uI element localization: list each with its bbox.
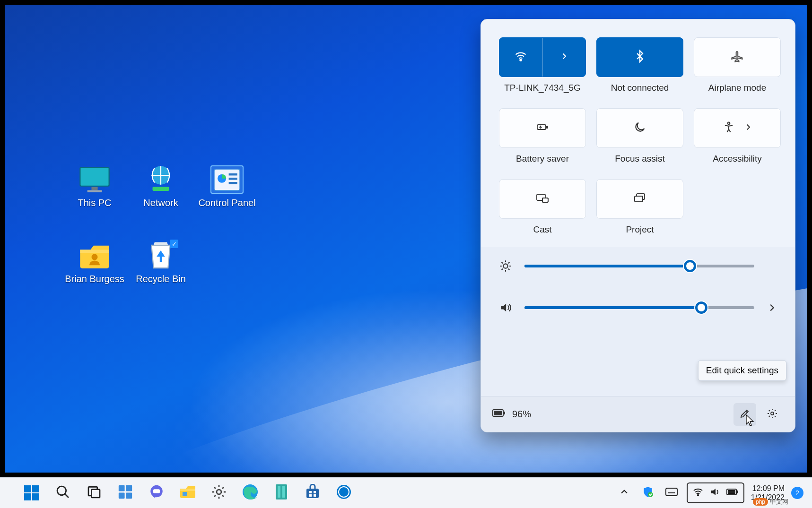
svg-rect-57 [728, 490, 735, 494]
battery-saver-icon [536, 121, 549, 136]
office-icon [274, 483, 289, 502]
svg-point-10 [91, 254, 97, 260]
brightness-icon [499, 259, 512, 273]
accessibility-tile[interactable] [694, 108, 781, 148]
user-folder-icon [78, 241, 111, 270]
accessibility-icon [722, 121, 735, 136]
chevron-right-icon [744, 123, 752, 133]
desktop-icon-this-pc[interactable]: This PC [61, 165, 128, 208]
dell-button[interactable] [331, 480, 357, 506]
project-tile[interactable] [596, 179, 683, 219]
battery-indicator[interactable]: 96% [492, 409, 531, 420]
edge-button[interactable] [237, 480, 263, 506]
desktop-icon-network[interactable]: Network [128, 165, 194, 208]
svg-point-25 [771, 412, 774, 415]
svg-rect-8 [229, 177, 237, 180]
svg-rect-32 [92, 490, 100, 498]
settings-gear-button[interactable] [761, 403, 784, 426]
volume-icon [709, 486, 721, 499]
wifi-toggle[interactable] [499, 38, 542, 77]
wifi-tile[interactable] [499, 37, 586, 77]
volume-expand[interactable] [767, 302, 777, 313]
monitor-icon [78, 165, 111, 194]
search-icon [55, 484, 70, 501]
dell-icon [336, 484, 352, 502]
edit-quick-settings-tooltip: Edit quick settings [698, 360, 786, 381]
taskbar-clock[interactable]: 12:09 PM 1/21/2022 [751, 484, 785, 502]
desktop-icon-label: Network [143, 198, 178, 208]
svg-rect-24 [504, 412, 505, 414]
svg-rect-58 [737, 491, 738, 493]
svg-rect-7 [229, 173, 237, 175]
tray-overflow-button[interactable] [616, 480, 633, 506]
svg-rect-38 [153, 489, 160, 493]
bluetooth-tile[interactable] [596, 37, 683, 77]
store-icon [305, 484, 321, 502]
file-explorer-button[interactable] [175, 480, 201, 506]
svg-rect-39 [180, 489, 195, 491]
airplane-icon [731, 50, 744, 65]
widgets-button[interactable] [113, 480, 138, 506]
cast-tile[interactable] [499, 179, 586, 219]
focus-assist-tile[interactable] [596, 108, 683, 148]
svg-rect-50 [314, 494, 316, 497]
svg-rect-47 [309, 491, 312, 493]
volume-slider[interactable] [524, 306, 754, 309]
svg-rect-49 [309, 494, 312, 497]
input-indicator[interactable] [663, 480, 680, 506]
svg-rect-45 [282, 486, 285, 498]
wifi-expand[interactable] [542, 38, 586, 77]
tooltip-text: Edit quick settings [706, 365, 778, 375]
chevron-up-icon [620, 487, 629, 499]
bluetooth-icon [633, 50, 646, 65]
svg-rect-40 [183, 492, 187, 496]
svg-rect-29 [32, 493, 39, 500]
svg-rect-46 [306, 489, 319, 498]
svg-point-11 [520, 60, 522, 61]
taskbar: 12:09 PM 1/21/2022 2 php 中文网 [0, 477, 812, 508]
desktop-icon-user-folder[interactable]: Brian Burgess [61, 241, 128, 284]
battery-icon [492, 409, 506, 420]
selection-check-icon: ✓ [170, 240, 178, 248]
svg-rect-34 [126, 485, 132, 491]
notification-count: 2 [795, 489, 799, 497]
svg-point-41 [217, 490, 221, 494]
svg-rect-36 [126, 492, 132, 499]
notification-badge[interactable]: 2 [791, 487, 803, 499]
search-button[interactable] [50, 480, 76, 506]
globe-icon [144, 165, 177, 194]
project-icon [633, 191, 646, 207]
desktop-icon-label: This PC [78, 198, 111, 208]
battery-percent: 96% [512, 409, 531, 420]
office-button[interactable] [269, 480, 294, 506]
time-text: 12:09 PM [752, 484, 785, 493]
focus-assist-tile-label: Focus assist [615, 154, 665, 164]
store-button[interactable] [300, 480, 325, 506]
battery-saver-tile[interactable] [499, 108, 586, 148]
edit-quick-settings-button[interactable] [733, 403, 756, 426]
airplane-mode-tile[interactable] [694, 37, 781, 77]
cast-tile-label: Cast [533, 224, 551, 235]
start-button[interactable] [19, 480, 44, 506]
desktop-icon-label: Recycle Bin [136, 274, 186, 284]
brightness-slider[interactable] [524, 265, 754, 267]
desktop-icon-recycle-bin[interactable]: ✓ Recycle Bin [128, 241, 194, 284]
desktop-icon-label: Control Panel [198, 198, 255, 208]
svg-rect-48 [314, 491, 316, 493]
date-text: 1/21/2022 [751, 493, 785, 502]
security-tray-icon[interactable] [639, 480, 656, 506]
battery-saver-tile-label: Battery saver [516, 154, 569, 164]
chat-button[interactable] [144, 480, 169, 506]
keyboard-icon [665, 487, 678, 499]
airplane-mode-tile-label: Airplane mode [708, 83, 767, 93]
desktop-wallpaper[interactable]: This PC Network Control Panel Brian Burg… [0, 0, 812, 477]
quick-settings-tray-button[interactable] [687, 482, 744, 503]
task-view-button[interactable] [81, 480, 107, 506]
desktop-icon-control-panel[interactable]: Control Panel [194, 165, 260, 208]
svg-rect-1 [91, 187, 97, 190]
volume-icon [499, 301, 512, 314]
svg-point-30 [57, 486, 66, 495]
svg-rect-33 [119, 485, 125, 491]
taskbar-settings-button[interactable] [206, 480, 232, 506]
svg-rect-43 [276, 484, 287, 499]
